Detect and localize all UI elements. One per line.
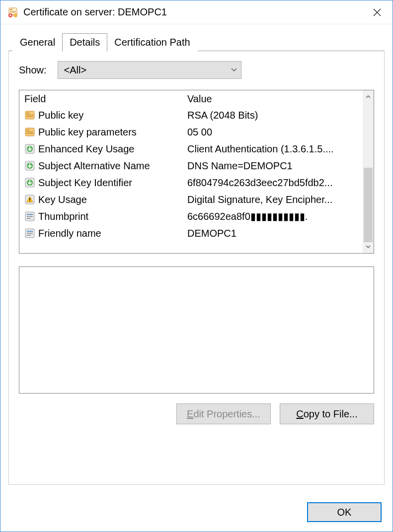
window-title: Certificate on server: DEMOPC1 [23,6,366,18]
column-header-field[interactable]: Field [24,93,187,105]
titlebar: Certificate on server: DEMOPC1 [0,0,393,24]
dialog-content: General Details Certification Path Show:… [0,24,393,493]
field-value-cell: 6c66692ea8f0▮▮▮▮▮▮▮▮▮▮. [187,210,374,222]
field-name-label: Key Usage [38,194,87,205]
field-detail-textbox[interactable] [19,266,374,394]
field-value-cell: 6f804794c263d3eec27bd5fdb2... [187,177,374,189]
field-name-cell: Friendly name [24,228,187,239]
field-row[interactable]: Thumbprint6c66692ea8f0▮▮▮▮▮▮▮▮▮▮. [24,208,374,225]
field-value-cell: Digital Signature, Key Encipher... [187,194,374,205]
field-row[interactable]: Public keyRSA (2048 Bits) [24,107,374,124]
field-name-cell: Public key [24,110,187,121]
field-name-label: Friendly name [38,228,101,239]
scrollbar-thumb[interactable] [364,168,373,242]
field-name-label: Public key parameters [38,127,137,138]
tab-general[interactable]: General [12,33,63,51]
field-value-cell: 05 00 [187,127,374,138]
scrollbar-track[interactable] [363,103,374,240]
field-name-cell: Key Usage [24,194,187,205]
scrollbar-vertical[interactable] [363,90,374,253]
field-name-cell: Subject Key Identifier [24,177,187,189]
column-header-value[interactable]: Value [187,93,369,105]
prop-icon [24,228,35,239]
button-row: Edit Properties... Copy to File... [19,403,374,424]
fields-listview: Field Value Public keyRSA (2048 Bits)Pub… [19,90,374,254]
copy-to-file-button[interactable]: Copy to File... [280,403,374,424]
field-name-label: Thumbprint [38,211,88,222]
field-value-cell: Client Authentication (1.3.6.1.5.... [187,143,374,155]
chevron-down-icon [231,66,237,73]
chevron-up-icon [366,94,371,99]
field-name-label: Subject Alternative Name [38,160,150,172]
fields-header: Field Value [19,90,374,107]
show-selected-value: <All> [64,65,87,76]
field-name-cell: Thumbprint [24,211,187,222]
field-row[interactable]: Key UsageDigital Signature, Key Encipher… [24,191,374,208]
tab-strip: General Details Certification Path [8,33,385,51]
cert-orange-icon [24,110,35,121]
field-name-cell: Public key parameters [24,127,187,138]
scroll-up-button[interactable] [363,90,374,103]
show-dropdown[interactable]: <All> [58,61,241,79]
tab-certification-path[interactable]: Certification Path [107,33,197,51]
field-row[interactable]: Enhanced Key UsageClient Authentication … [24,140,374,157]
show-row: Show: <All> [19,61,374,79]
field-value-cell: DEMOPC1 [187,228,374,239]
field-value-cell: RSA (2048 Bits) [187,110,374,121]
show-label: Show: [19,65,47,76]
details-panel: Show: <All> Field Value Public keyRSA (2… [8,51,385,485]
field-value-cell: DNS Name=DEMOPC1 [187,160,374,172]
close-icon [373,8,381,16]
ext-green-icon [24,160,35,171]
field-name-label: Enhanced Key Usage [38,143,134,155]
ext-green-icon [24,143,35,154]
certificate-error-icon [7,7,18,18]
field-row[interactable]: Subject Alternative NameDNS Name=DEMOPC1 [24,157,374,174]
bottom-bar: OK [0,493,393,532]
field-name-cell: Enhanced Key Usage [24,143,187,155]
edit-properties-button: Edit Properties... [176,403,271,424]
close-button[interactable] [366,4,389,20]
ext-warn-icon [24,194,35,205]
field-row[interactable]: Public key parameters05 00 [24,124,374,140]
fields-list: Public keyRSA (2048 Bits)Public key para… [19,107,374,253]
chevron-down-icon [366,244,371,249]
field-row[interactable]: Subject Key Identifier6f804794c263d3eec2… [24,174,374,191]
field-name-label: Public key [38,110,83,121]
ok-button[interactable]: OK [307,502,382,522]
cert-orange-icon [24,127,35,137]
tab-details[interactable]: Details [62,33,107,52]
prop-icon [24,211,35,222]
field-row[interactable]: Friendly nameDEMOPC1 [24,225,374,242]
certificate-dialog: Certificate on server: DEMOPC1 General D… [0,0,393,532]
field-name-cell: Subject Alternative Name [24,160,187,172]
ext-green-icon [24,177,35,188]
field-name-label: Subject Key Identifier [38,177,132,189]
